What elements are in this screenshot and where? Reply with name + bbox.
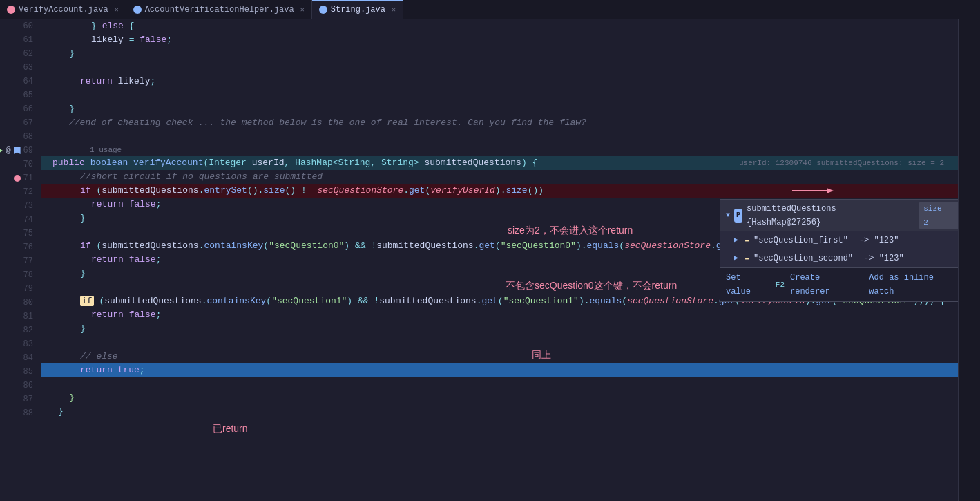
- tab-bar: VerifyAccount.java ✕ AccountVerification…: [0, 0, 980, 19]
- code-line-69: public boolean verifyAccount(Integer use…: [41, 156, 958, 170]
- code-line-82: [41, 336, 958, 350]
- item-icon-1: ▬: [745, 252, 749, 265]
- tab-verify-account[interactable]: VerifyAccount.java ✕: [0, 0, 126, 19]
- tab-account-verification-helper-label: AccountVerificationHelper.java: [145, 5, 294, 15]
- code-line-64: return likely;: [41, 75, 958, 88]
- code-line-67: //end of cheating check ... the method b…: [41, 116, 958, 130]
- debug-popup-header: ▼ P submittedQuestions = {HashMap@27256}…: [720, 200, 958, 231]
- variable-name-label: submittedQuestions = {HashMap@27256}: [747, 202, 915, 229]
- gutter-74: 74: [0, 213, 36, 227]
- gutter-64: 64: [0, 75, 36, 88]
- code-line-85: [41, 377, 958, 391]
- line-gutter: 60 61 62 63 64 65 66 67 68 @ 69 70 71 72…: [0, 19, 41, 501]
- code-line-71: if (submittedQuestions.entrySet().size()…: [41, 184, 958, 198]
- code-line-87: }: [41, 405, 958, 419]
- tab-string-java-label: String.java: [331, 5, 385, 15]
- create-renderer-link[interactable]: Create renderer: [790, 271, 863, 299]
- code-line-63: [41, 61, 958, 75]
- gutter-66: 66: [0, 102, 36, 116]
- gutter-67: 67: [0, 116, 36, 130]
- gutter-83: 83: [0, 337, 36, 351]
- gutter-84: 84: [0, 351, 36, 365]
- gutter-70: 70: [0, 158, 36, 171]
- tab-close-icon[interactable]: ✕: [115, 6, 119, 14]
- gutter-88: 88: [0, 406, 36, 420]
- variable-icon: P: [734, 209, 742, 223]
- code-line-65: [41, 88, 958, 102]
- debug-popup-item-1[interactable]: ▶ ▬ "secQuestion_second" -> "123": [720, 249, 958, 267]
- size-badge: size = 2: [919, 202, 958, 229]
- gutter-71: 71: [0, 171, 36, 185]
- gutter-62: 62: [0, 47, 36, 61]
- bookmark-icon-69: [14, 147, 21, 154]
- code-line-86: }: [41, 391, 958, 405]
- tab-string-java[interactable]: String.java ✕: [312, 0, 403, 19]
- tab-account-verification-helper[interactable]: AccountVerificationHelper.java ✕: [126, 0, 312, 19]
- code-line-80: return false;: [41, 308, 958, 322]
- code-line-84: return true;: [41, 363, 958, 377]
- code-line-62: }: [41, 47, 958, 61]
- gutter-75: 75: [0, 227, 36, 240]
- debug-inline-values: userId: 12309746 submittedQuestions: siz…: [739, 156, 944, 170]
- expand-icon-0[interactable]: ▶: [734, 234, 741, 247]
- editor: 60 61 62 63 64 65 66 67 68 @ 69 70 71 72…: [0, 19, 980, 501]
- gutter-69: @ 69: [0, 144, 36, 158]
- right-panel: [958, 19, 980, 501]
- debug-popup: ▼ P submittedQuestions = {HashMap@27256}…: [720, 199, 958, 302]
- gutter-79: 79: [0, 282, 36, 296]
- f2-shortcut: F2: [776, 278, 785, 292]
- gutter-73: 73: [0, 199, 36, 213]
- tab-close-icon-3[interactable]: ✕: [392, 6, 396, 14]
- code-line-88: [41, 419, 958, 433]
- debug-popup-footer: Set value F2 Create renderer Add as inli…: [720, 267, 958, 301]
- tab-verify-account-label: VerifyAccount.java: [19, 5, 108, 15]
- gutter-82: 82: [0, 323, 36, 337]
- gutter-81: 81: [0, 310, 36, 323]
- expand-triangle-icon[interactable]: ▼: [726, 209, 730, 223]
- code-line-83: // else: [41, 350, 958, 363]
- debug-popup-item-0[interactable]: ▶ ▬ "secQuestion_first" -> "123": [720, 231, 958, 249]
- gutter-77: 77: [0, 254, 36, 268]
- code-line-81: }: [41, 322, 958, 336]
- item-value-1: -> "123": [864, 252, 904, 265]
- gutter-87: 87: [0, 393, 36, 406]
- gutter-68: 68: [0, 130, 36, 144]
- add-inline-watch-link[interactable]: Add as inline watch: [869, 271, 958, 299]
- code-line-60: } else {: [41, 19, 958, 33]
- gutter-80: 80: [0, 296, 36, 310]
- gutter-65: 65: [0, 88, 36, 102]
- item-icon-0: ▬: [745, 234, 749, 247]
- tab-close-icon-2[interactable]: ✕: [300, 6, 305, 14]
- code-line-68: [41, 130, 958, 144]
- set-value-link[interactable]: Set value: [726, 271, 770, 299]
- gutter-76: 76: [0, 240, 36, 254]
- item-value-0: -> "123": [859, 234, 899, 247]
- gutter-60: 60: [0, 19, 36, 33]
- breakpoint-icon-71[interactable]: [14, 175, 21, 182]
- gutter-61: 61: [0, 33, 36, 47]
- item-key-1: "secQuestion_second": [753, 252, 853, 265]
- code-line-61: likely = false;: [41, 33, 958, 47]
- expand-icon-1[interactable]: ▶: [734, 252, 741, 265]
- gutter-72: 72: [0, 185, 36, 199]
- code-line-66: }: [41, 102, 958, 116]
- gutter-63: 63: [0, 61, 36, 75]
- debug-arrow-icon: [0, 147, 3, 154]
- gutter-85: 85: [0, 365, 36, 379]
- item-key-0: "secQuestion_first": [753, 234, 848, 247]
- gutter-86: 86: [0, 379, 36, 393]
- usage-label: 1 usage: [41, 144, 958, 156]
- svg-marker-1: [827, 188, 834, 193]
- gutter-78: 78: [0, 268, 36, 282]
- code-content[interactable]: } else { likely = false; } return likely…: [41, 19, 958, 501]
- code-line-70: //short circuit if no questions are subm…: [41, 170, 958, 184]
